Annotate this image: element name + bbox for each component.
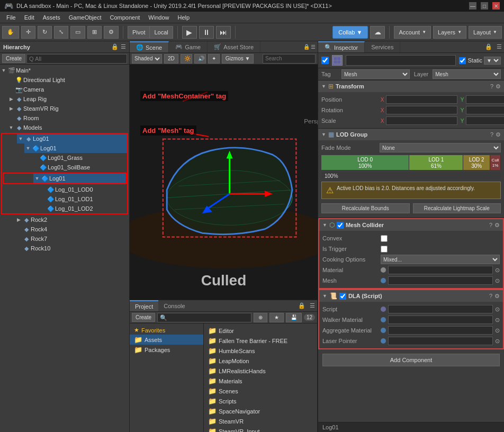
- 2d-toggle-button[interactable]: 2D: [164, 54, 178, 64]
- mesh-collider-header[interactable]: ▼ ⬡ Mesh Collider ? ⚙: [319, 219, 503, 231]
- hierarchy-item-steamvr[interactable]: ▶ ◆ SteamVR Rig: [7, 104, 129, 113]
- hierarchy-item-rock2[interactable]: ▶ ◆ Rock2: [15, 215, 129, 224]
- folder-spacenavigator[interactable]: 📁 SpaceNavigator: [204, 406, 317, 416]
- inspector-menu-icon[interactable]: ☰: [494, 43, 504, 50]
- collider-material-input[interactable]: None (Physic Material): [388, 266, 493, 274]
- bottom-menu-icon[interactable]: ☰: [308, 302, 317, 309]
- hierarchy-item-main[interactable]: ▼ 🎬 Main*: [0, 66, 129, 75]
- dla-script-header[interactable]: ▼ 📜 DLA (Script) ? ⚙: [319, 290, 503, 302]
- recalc-bounds-button[interactable]: Recalculate Bounds: [321, 203, 410, 213]
- walker-mat-input[interactable]: WalkerMaterial: [388, 316, 493, 324]
- hierarchy-item-rock10[interactable]: ◆ Rock10: [15, 244, 129, 253]
- scale-tool-button[interactable]: ⤡: [54, 26, 68, 39]
- dla-script-checkbox[interactable]: [339, 293, 346, 300]
- pivot-button[interactable]: Pivot: [128, 26, 149, 39]
- fade-mode-select[interactable]: None: [380, 143, 501, 152]
- close-button[interactable]: ✕: [492, 2, 500, 10]
- hierarchy-item-log01-parent[interactable]: ▼ ◆ Log01: [17, 134, 127, 143]
- folder-lmrealistichands[interactable]: 📁 LMRealisticHands: [204, 366, 317, 376]
- transform-settings-icon[interactable]: ⚙: [496, 83, 501, 90]
- custom-tool-button[interactable]: ⚙: [104, 26, 119, 39]
- hierarchy-create-button[interactable]: Create: [2, 54, 25, 63]
- hierarchy-item-log01-child[interactable]: ▼ 🔷 Log01: [24, 143, 127, 153]
- bottom-lock-icon[interactable]: 🔒: [296, 302, 308, 309]
- hierarchy-lock-icon[interactable]: 🔒: [111, 43, 119, 50]
- mesh-collider-checkbox[interactable]: [337, 222, 344, 229]
- static-dropdown[interactable]: ▼: [484, 57, 501, 65]
- step-button[interactable]: ⏭: [216, 26, 231, 39]
- mesh-collider-settings-icon[interactable]: ⚙: [494, 222, 500, 229]
- lod-help-icon[interactable]: ?: [490, 131, 493, 138]
- cooking-options-select[interactable]: Mixed...: [381, 255, 500, 264]
- folder-humblescans[interactable]: 📁 HumbleScans: [204, 346, 317, 356]
- project-star-button[interactable]: ★: [269, 313, 284, 322]
- dla-help-icon[interactable]: ?: [489, 293, 492, 300]
- object-active-checkbox[interactable]: [321, 57, 329, 64]
- rotate-tool-button[interactable]: ↻: [38, 26, 52, 39]
- tab-game[interactable]: 🎮 Game: [169, 41, 208, 52]
- add-component-button[interactable]: Add Component: [322, 354, 500, 366]
- project-item-assets[interactable]: 📁 Assets: [130, 335, 203, 345]
- menu-scene-icon[interactable]: ☰: [311, 44, 316, 50]
- tag-select[interactable]: Mesh: [341, 69, 410, 79]
- tab-scene[interactable]: 🌐 Scene: [130, 41, 169, 52]
- menu-file[interactable]: File: [2, 13, 20, 22]
- shading-mode-select[interactable]: Shaded: [132, 54, 162, 64]
- hierarchy-item-rock4[interactable]: ◆ Rock4: [15, 224, 129, 234]
- rotation-y-input[interactable]: 0: [466, 106, 504, 114]
- lod0-segment[interactable]: LOD 0 100%: [321, 155, 409, 170]
- folder-scenes[interactable]: 📁 Scenes: [204, 386, 317, 396]
- hierarchy-item-lod2[interactable]: 🔷 Log_01_LOD2: [39, 204, 127, 213]
- tab-inspector[interactable]: 🔍 Inspector: [318, 41, 365, 52]
- hierarchy-item-leaprig[interactable]: ▶ ◆ Leap Rig: [7, 94, 129, 104]
- lod2-segment[interactable]: LOD 2 30%: [463, 155, 490, 170]
- menu-edit[interactable]: Edit: [20, 13, 39, 22]
- project-item-favorites[interactable]: ★ Favorites: [130, 326, 203, 335]
- folder-steamvr-input[interactable]: 📁 SteamVR_Input: [204, 426, 317, 432]
- transform-component-header[interactable]: ▼ ⊞ Transform ? ⚙: [318, 80, 504, 92]
- hierarchy-item-dirlight[interactable]: 💡 Directional Light: [7, 75, 129, 85]
- hierarchy-menu-icon[interactable]: ☰: [121, 43, 126, 50]
- pause-button[interactable]: ⏸: [199, 26, 214, 39]
- move-tool-button[interactable]: ✛: [21, 26, 35, 39]
- minimize-button[interactable]: —: [469, 2, 476, 10]
- layers-button[interactable]: Layers ▼: [433, 26, 466, 39]
- folder-steamvr[interactable]: 📁 SteamVR: [204, 416, 317, 426]
- collider-mesh-input[interactable]: Log_01_LOD0: [388, 276, 493, 285]
- hierarchy-item-log01grass[interactable]: 🔷 Log01_Grass: [32, 153, 127, 163]
- laser-target-icon[interactable]: ⊙: [495, 338, 500, 345]
- dla-settings-icon[interactable]: ⚙: [494, 293, 500, 300]
- aggregate-target-icon[interactable]: ⊙: [495, 327, 500, 334]
- laser-input[interactable]: Controller (right) (SteamVR_Las...: [388, 337, 493, 345]
- menu-help[interactable]: Help: [173, 13, 194, 22]
- transform-help-icon[interactable]: ?: [490, 83, 493, 90]
- menu-gameobject[interactable]: GameObject: [65, 13, 106, 22]
- hierarchy-search-input[interactable]: [26, 54, 127, 64]
- aggregate-mat-input[interactable]: AggregateMaterial: [388, 326, 493, 335]
- scene-viewport[interactable]: Y X Z Persp Add "MeshContainer" tag: [130, 65, 318, 300]
- project-filter-button[interactable]: ⊕: [254, 313, 267, 322]
- folder-leapmotion[interactable]: 📁 LeapMotion: [204, 356, 317, 366]
- gizmos-button[interactable]: Gizmos ▼: [222, 54, 254, 64]
- scale-y-input[interactable]: 1: [466, 116, 504, 125]
- hierarchy-item-rock7[interactable]: ◆ Rock7: [15, 234, 129, 244]
- folder-editor[interactable]: 📁 Editor: [204, 326, 317, 336]
- audio-toggle-button[interactable]: 🔊: [194, 54, 206, 64]
- menu-assets[interactable]: Assets: [39, 13, 65, 22]
- lod1-segment[interactable]: LOD 1 61%: [409, 155, 463, 170]
- convex-checkbox[interactable]: [381, 235, 388, 242]
- tab-project[interactable]: Project: [130, 300, 158, 311]
- layout-button[interactable]: Layout ▼: [469, 26, 502, 39]
- layer-select[interactable]: Mesh: [433, 69, 501, 79]
- walker-target-icon[interactable]: ⊙: [495, 317, 500, 323]
- hierarchy-item-lod1[interactable]: 🔷 Log_01_LOD1: [39, 194, 127, 204]
- folder-materials[interactable]: 📁 Materials: [204, 376, 317, 386]
- tab-services[interactable]: Services: [365, 41, 400, 52]
- project-save-button[interactable]: 💾: [286, 313, 302, 322]
- inspector-lock-icon[interactable]: 🔒: [483, 43, 494, 50]
- hierarchy-item-lod0[interactable]: 🔷 Log_01_LOD0: [39, 185, 127, 194]
- hand-tool-button[interactable]: ✋: [2, 26, 19, 39]
- account-button[interactable]: Account ▼: [394, 26, 431, 39]
- cloud-button[interactable]: ☁: [370, 26, 385, 39]
- scale-x-input[interactable]: 1: [386, 116, 457, 125]
